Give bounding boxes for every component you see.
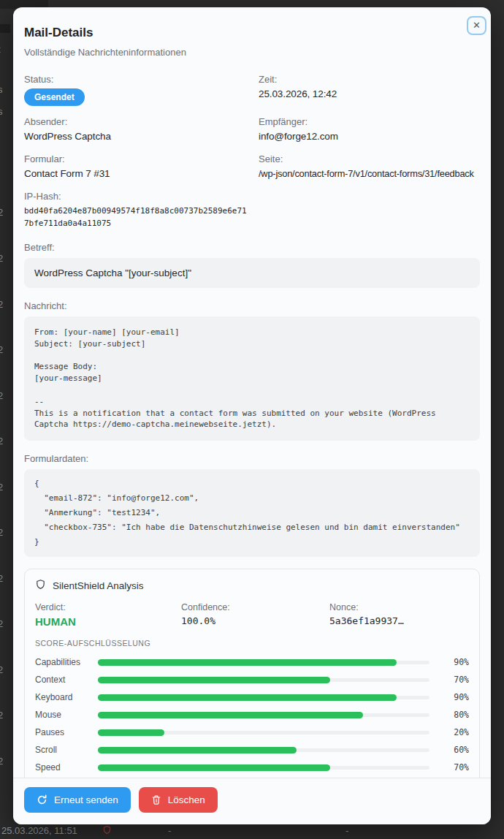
shield-status-icon (102, 825, 112, 838)
empfaenger-label: Empfänger: (259, 116, 480, 127)
field-empfaenger: Empfänger: info@forge12.com (259, 116, 480, 143)
verdict-label: Verdict: (35, 602, 181, 612)
score-percent: 60% (447, 745, 469, 755)
status-label: Status: (24, 74, 245, 85)
field-ip-hash: IP-Hash: bdd40fa6204e87b00949574f18f8a8c… (24, 191, 480, 229)
background-text-fragment: s (0, 106, 3, 117)
background-text-fragment: 2 (0, 482, 3, 493)
betreff-value: WordPress Captcha "[your-subject]" (34, 267, 470, 278)
verdict-grid: Verdict: HUMAN Confidence: 100.0% Nonce:… (35, 602, 469, 628)
score-bar-fill (98, 677, 330, 683)
zeit-value: 25.03.2026, 12:42 (259, 88, 480, 101)
background-text-fragment: 2 (0, 253, 3, 264)
score-label: Mouse (35, 710, 98, 720)
background-text-fragment: 2 (0, 527, 3, 538)
score-row: Context70% (35, 671, 469, 688)
ip-hash-value: bdd40fa6204e87b00949574f18f8a8c00737b258… (24, 205, 251, 229)
score-percent: 70% (447, 675, 469, 685)
score-bar-track (98, 661, 429, 664)
background-text-fragment: 2 (0, 756, 3, 767)
trash-icon (151, 794, 161, 805)
score-row: Speed70% (35, 759, 469, 776)
score-label: Context (35, 675, 98, 685)
info-grid: Status: Gesendet Zeit: 25.03.2026, 12:42… (24, 74, 480, 181)
confidence-label: Confidence: (181, 602, 329, 612)
confidence-value: 100.0% (181, 615, 329, 626)
status-badge: Gesendet (24, 88, 85, 106)
score-bar-fill (98, 694, 397, 701)
background-text-fragment: 2 (0, 344, 3, 355)
score-bar-track (98, 713, 429, 717)
betreff-box: WordPress Captcha "[your-subject]" (24, 258, 480, 288)
mail-details-dialog: ✕ Mail-Details Vollständige Nachrichteni… (13, 7, 491, 824)
score-percent: 20% (447, 727, 469, 737)
score-bar-track (98, 696, 429, 699)
formulardaten-box: { "email-872": "info@forge12.com", "Anme… (24, 469, 480, 557)
field-formular: Formular: Contact Form 7 #31 (24, 153, 245, 181)
betreff-label: Betreff: (24, 242, 480, 253)
delete-button[interactable]: Löschen (139, 787, 218, 813)
close-icon: ✕ (473, 20, 481, 31)
confidence-field: Confidence: 100.0% (181, 602, 329, 628)
verdict-value: HUMAN (35, 615, 181, 628)
score-bar-track (98, 748, 429, 752)
nonce-value: 5a36ef1a9937… (329, 615, 469, 626)
score-label: Pauses (35, 727, 98, 737)
field-status: Status: Gesendet (24, 74, 245, 106)
score-breakdown-list: Capabilities90%Context70%Keyboard90%Mous… (35, 653, 469, 776)
background-text-fragment: 2 (0, 573, 3, 584)
background-text-fragment: 2 (0, 618, 3, 629)
score-bar-fill (98, 747, 297, 753)
field-absender: Absender: WordPress Captcha (24, 116, 245, 143)
score-percent: 90% (447, 692, 469, 702)
zeit-label: Zeit: (259, 74, 480, 85)
ip-hash-label: IP-Hash: (24, 191, 480, 202)
silentshield-analysis-card: SilentShield Analysis Verdict: HUMAN Con… (24, 569, 480, 786)
empfaenger-value: info@forge12.com (259, 130, 480, 143)
score-bar-fill (98, 729, 164, 736)
background-text-fragment: 2 (0, 299, 3, 310)
score-label: Capabilities (35, 657, 98, 667)
background-text-fragment: 2 (0, 664, 3, 675)
background-text-fragment: 2 (0, 390, 3, 401)
resend-button[interactable]: Erneut senden (24, 787, 131, 813)
background-text-fragment: 2 (0, 207, 3, 218)
score-row: Capabilities90% (35, 653, 469, 671)
nonce-field: Nonce: 5a36ef1a9937… (329, 602, 469, 628)
nonce-label: Nonce: (329, 602, 469, 612)
background-text-fragment: t (0, 44, 1, 55)
score-bar-fill (98, 659, 397, 666)
formulardaten-value: { "email-872": "info@forge12.com", "Anme… (34, 477, 470, 550)
background-notch-fragment (0, 24, 10, 33)
absender-label: Absender: (24, 116, 245, 127)
shield-icon (35, 579, 46, 593)
score-bar-track (98, 731, 429, 734)
verdict-field: Verdict: HUMAN (35, 602, 181, 628)
analysis-title: SilentShield Analysis (53, 580, 144, 591)
formular-label: Formular: (24, 153, 245, 164)
dialog-footer: Erneut senden Löschen (13, 778, 491, 824)
analysis-header: SilentShield Analysis (35, 579, 469, 593)
formulardaten-label: Formulardaten: (24, 453, 480, 464)
background-text-fragment: s (0, 84, 3, 95)
background-text-fragment: 2 (0, 436, 3, 447)
score-bar-fill (98, 764, 330, 771)
score-percent: 80% (447, 710, 469, 720)
score-label: Speed (35, 762, 98, 772)
absender-value: WordPress Captcha (24, 130, 245, 143)
score-bar-track (98, 678, 429, 682)
seite-label: Seite: (259, 153, 480, 164)
score-bar-track (98, 766, 429, 770)
score-row: Mouse80% (35, 706, 469, 724)
score-row: Scroll60% (35, 741, 469, 759)
resend-button-label: Erneut senden (54, 794, 118, 805)
score-breakdown-label: SCORE-AUFSCHLÜSSELUNG (35, 639, 469, 648)
nachricht-value: From: [your-name] [your-email] Subject: … (34, 327, 470, 430)
refresh-icon (37, 794, 47, 805)
background-table-row: 25.03.2026, 11:51 - - (0, 824, 504, 839)
nachricht-box: From: [your-name] [your-email] Subject: … (24, 316, 480, 441)
nachricht-label: Nachricht: (24, 300, 480, 311)
close-button[interactable]: ✕ (467, 16, 486, 35)
dialog-title: Mail-Details (24, 26, 480, 40)
field-zeit: Zeit: 25.03.2026, 12:42 (259, 74, 480, 106)
